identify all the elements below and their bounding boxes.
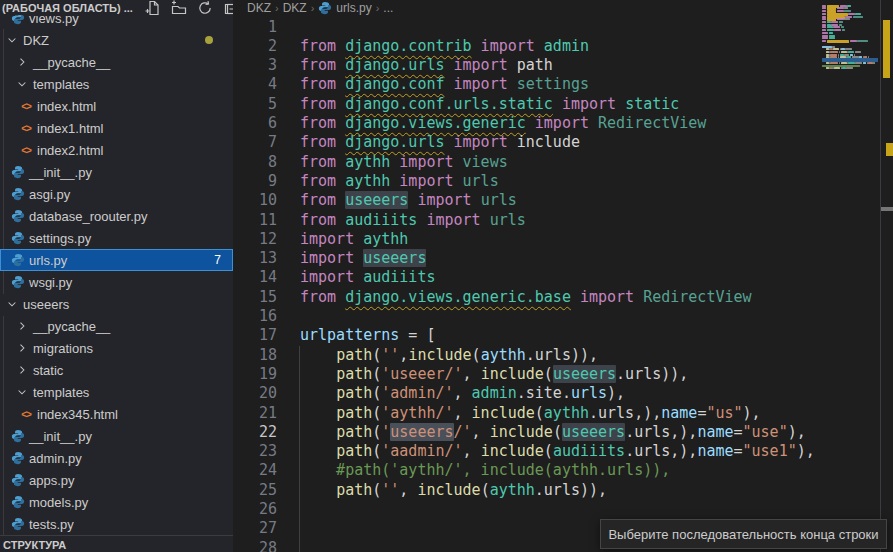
minimap-segment	[830, 62, 838, 64]
code-line-22[interactable]: path('useeers/', include(useeers.urls,),…	[300, 423, 815, 442]
workspace-section-header[interactable]: (РАБОЧАЯ ОБЛАСТЬ) ...	[0, 0, 233, 15]
chevron-down-icon	[16, 76, 28, 92]
tree-item-admin-py[interactable]: admin.py	[0, 447, 233, 469]
line-number: 2	[233, 37, 277, 56]
code-token: include	[517, 133, 580, 151]
tree-item--init-py[interactable]: __init__.py	[0, 425, 233, 447]
breadcrumb-item[interactable]: urls.py	[336, 1, 371, 15]
tree-item-urls-py[interactable]: urls.py7	[0, 249, 233, 271]
minimap-segment	[830, 51, 838, 53]
minimap-segment	[845, 48, 852, 50]
refresh-icon[interactable]	[197, 0, 213, 16]
tree-item-apps-py[interactable]: apps.py	[0, 469, 233, 491]
new-folder-icon[interactable]	[171, 0, 187, 16]
code-token: '	[381, 423, 390, 441]
ruler-warning-mark	[886, 143, 893, 156]
python-file-icon	[11, 231, 25, 245]
html-file-icon: <>	[19, 407, 33, 421]
code-token: from	[300, 211, 345, 229]
code-line-1[interactable]	[300, 18, 815, 37]
line-number: 9	[233, 172, 277, 191]
tree-item-migrations[interactable]: migrations	[0, 337, 233, 359]
minimap-segment	[863, 62, 866, 64]
code-line-23[interactable]: path('aadmin/', include(audiiits.urls,),…	[300, 442, 815, 461]
chevron-right-icon	[16, 362, 28, 378]
outline-section-header[interactable]: СТРУКТУРА	[0, 535, 233, 552]
code-token: aythh	[345, 172, 390, 190]
tree-item-database-roouter-py[interactable]: database_roouter.py	[0, 205, 233, 227]
code-line-25[interactable]: path('', include(aythh.urls)),	[300, 481, 815, 500]
code-token: import	[300, 230, 363, 248]
breadcrumb-item[interactable]: DKZ	[247, 1, 271, 15]
code-line-5[interactable]: from django.conf.urls.static import stat…	[300, 95, 815, 114]
tree-item-useeers[interactable]: useeers	[0, 293, 233, 315]
breadcrumb: DKZ›DKZ›urls.py›...	[247, 0, 393, 16]
tree-item-index2-html[interactable]: <>index2.html	[0, 139, 233, 161]
tree-item-index-html[interactable]: <>index.html	[0, 95, 233, 117]
eol-tooltip: Выберите последовательность конца строки	[600, 519, 887, 549]
code-line-2[interactable]: from django.contrib import admin	[300, 37, 815, 56]
code-token: 'useeer/'	[381, 365, 462, 383]
tree-item-tests-py[interactable]: tests.py	[0, 513, 233, 535]
code-line-20[interactable]: path('admin/', admin.site.urls),	[300, 384, 815, 403]
code-line-10[interactable]: from useeers import urls	[300, 191, 815, 210]
code-token: from	[300, 172, 345, 190]
tree-item--pycache-[interactable]: __pycache__	[0, 315, 233, 337]
overview-ruler[interactable]	[881, 0, 893, 552]
collapse-all-icon[interactable]	[223, 0, 233, 16]
code-line-19[interactable]: path('useeer/', include(useeers.urls)),	[300, 365, 815, 384]
code-line-26[interactable]	[300, 500, 815, 519]
tree-item-models-py[interactable]: models.py	[0, 491, 233, 513]
minimap-segment	[822, 40, 826, 42]
minimap-segment	[822, 65, 860, 67]
minimap-segment	[850, 54, 853, 56]
ruler-warning-mark	[883, 20, 890, 78]
code-line-13[interactable]: import useeers	[300, 249, 815, 268]
breadcrumb-item[interactable]: ...	[383, 1, 393, 15]
tree-item-dkz[interactable]: DKZ	[0, 29, 233, 51]
tree-item--pycache-[interactable]: __pycache__	[0, 51, 233, 73]
code-token: ),	[743, 404, 761, 422]
code-line-8[interactable]: from aythh import views	[300, 153, 815, 172]
code-line-12[interactable]: import aythh	[300, 230, 815, 249]
minimap-segment	[822, 35, 828, 37]
new-file-icon[interactable]	[145, 0, 161, 16]
tree-item-wsgi-py[interactable]: wsgi.py	[0, 271, 233, 293]
code-line-4[interactable]: from django.conf import settings	[300, 75, 815, 94]
code-token: from	[300, 153, 345, 171]
code-line-24[interactable]: #path('aythh/', include(aythh.urls)),	[300, 461, 815, 480]
breadcrumb-item[interactable]: DKZ	[283, 1, 307, 15]
code-area[interactable]: from django.contrib import adminfrom dja…	[300, 16, 815, 552]
code-token: path	[336, 365, 372, 383]
code-line-16[interactable]	[300, 307, 815, 326]
minimap-segment	[873, 62, 874, 64]
code-line-21[interactable]: path('aythh/', include(aythh.urls,),name…	[300, 404, 815, 423]
code-line-14[interactable]: import audiiits	[300, 268, 815, 287]
tree-item-index1-html[interactable]: <>index1.html	[0, 117, 233, 139]
minimap-segment	[833, 26, 840, 28]
minimap-segment	[829, 35, 835, 37]
tree-item-asgi-py[interactable]: asgi.py	[0, 183, 233, 205]
code-line-7[interactable]: from django.urls import include	[300, 133, 815, 152]
code-token: from	[300, 75, 345, 93]
code-line-17[interactable]: urlpatterns = [	[300, 326, 815, 345]
line-number-gutter: 1234567891011121314151617181920212223242…	[233, 16, 277, 552]
code-line-11[interactable]: from audiiits import urls	[300, 211, 815, 230]
tree-item-static[interactable]: static	[0, 359, 233, 381]
tree-item-index345-html[interactable]: <>index345.html	[0, 403, 233, 425]
code-line-18[interactable]: path('',include(aythh.urls)),	[300, 346, 815, 365]
tree-item-templates[interactable]: templates	[0, 381, 233, 403]
code-token: (	[372, 384, 381, 402]
code-line-15[interactable]: from django.views.generic.base import Re…	[300, 288, 815, 307]
code-line-9[interactable]: from aythh import urls	[300, 172, 815, 191]
tree-item-templates[interactable]: templates	[0, 73, 233, 95]
html-file-icon: <>	[19, 99, 33, 113]
code-token: aythh	[490, 481, 535, 499]
code-token: settings	[517, 75, 589, 93]
tree-item-settings-py[interactable]: settings.py	[0, 227, 233, 249]
tree-item--init-py[interactable]: __init__.py	[0, 161, 233, 183]
minimap[interactable]	[822, 2, 878, 78]
code-line-6[interactable]: from django.views.generic import Redirec…	[300, 114, 815, 133]
code-line-3[interactable]: from django.urls import path	[300, 56, 815, 75]
code-token: (	[372, 423, 381, 441]
